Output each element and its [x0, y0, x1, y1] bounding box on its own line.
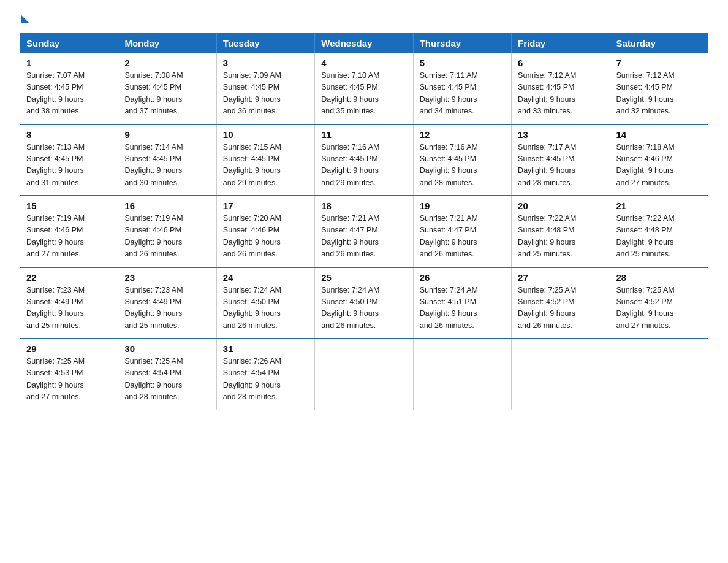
day-number: 6 — [518, 58, 603, 68]
day-number: 8 — [26, 129, 112, 140]
calendar-cell: 12 Sunrise: 7:16 AMSunset: 4:45 PMDaylig… — [413, 124, 511, 196]
day-number: 29 — [26, 343, 112, 354]
day-info: Sunrise: 7:10 AMSunset: 4:45 PMDaylight:… — [321, 71, 379, 115]
calendar-header-thursday: Thursday — [413, 33, 511, 54]
calendar-cell: 17 Sunrise: 7:20 AMSunset: 4:46 PMDaylig… — [216, 196, 314, 267]
calendar-table: SundayMondayTuesdayWednesdayThursdayFrid… — [20, 33, 708, 410]
day-number: 22 — [26, 272, 112, 283]
day-info: Sunrise: 7:13 AMSunset: 4:45 PMDaylight:… — [26, 143, 85, 187]
day-number: 28 — [616, 272, 702, 283]
day-info: Sunrise: 7:21 AMSunset: 4:47 PMDaylight:… — [420, 214, 478, 258]
calendar-cell — [610, 339, 708, 410]
day-info: Sunrise: 7:24 AMSunset: 4:51 PMDaylight:… — [420, 286, 478, 330]
calendar-cell: 3 Sunrise: 7:09 AMSunset: 4:45 PMDayligh… — [216, 53, 314, 124]
day-info: Sunrise: 7:22 AMSunset: 4:48 PMDaylight:… — [616, 214, 675, 258]
calendar-cell: 8 Sunrise: 7:13 AMSunset: 4:45 PMDayligh… — [20, 124, 118, 196]
calendar-cell — [315, 339, 413, 410]
logo-triangle-icon — [21, 15, 29, 23]
calendar-week-row: 8 Sunrise: 7:13 AMSunset: 4:45 PMDayligh… — [20, 124, 708, 196]
day-number: 9 — [124, 129, 210, 140]
day-info: Sunrise: 7:11 AMSunset: 4:45 PMDaylight:… — [420, 71, 478, 115]
day-info: Sunrise: 7:17 AMSunset: 4:45 PMDaylight:… — [518, 143, 576, 187]
calendar-header-monday: Monday — [118, 33, 216, 54]
day-number: 18 — [321, 201, 406, 211]
calendar-week-row: 22 Sunrise: 7:23 AMSunset: 4:49 PMDaylig… — [20, 267, 708, 339]
day-info: Sunrise: 7:25 AMSunset: 4:52 PMDaylight:… — [518, 286, 576, 330]
calendar-cell: 15 Sunrise: 7:19 AMSunset: 4:46 PMDaylig… — [20, 196, 118, 267]
calendar-cell — [512, 339, 610, 410]
calendar-header-sunday: Sunday — [20, 33, 118, 54]
day-number: 17 — [223, 201, 308, 211]
day-number: 7 — [616, 58, 702, 68]
day-info: Sunrise: 7:25 AMSunset: 4:53 PMDaylight:… — [26, 357, 85, 401]
day-info: Sunrise: 7:19 AMSunset: 4:46 PMDaylight:… — [26, 214, 85, 258]
day-number: 30 — [124, 343, 210, 354]
day-number: 27 — [518, 272, 603, 283]
calendar-cell: 28 Sunrise: 7:25 AMSunset: 4:52 PMDaylig… — [610, 267, 708, 339]
day-number: 3 — [223, 58, 308, 68]
page-header — [20, 15, 708, 21]
day-info: Sunrise: 7:15 AMSunset: 4:45 PMDaylight:… — [223, 143, 281, 187]
day-number: 20 — [518, 201, 603, 211]
day-info: Sunrise: 7:20 AMSunset: 4:46 PMDaylight:… — [223, 214, 281, 258]
calendar-cell: 30 Sunrise: 7:25 AMSunset: 4:54 PMDaylig… — [118, 339, 216, 410]
day-info: Sunrise: 7:23 AMSunset: 4:49 PMDaylight:… — [26, 286, 85, 330]
calendar-cell: 1 Sunrise: 7:07 AMSunset: 4:45 PMDayligh… — [20, 53, 118, 124]
calendar-week-row: 15 Sunrise: 7:19 AMSunset: 4:46 PMDaylig… — [20, 196, 708, 267]
calendar-cell: 20 Sunrise: 7:22 AMSunset: 4:48 PMDaylig… — [512, 196, 610, 267]
day-info: Sunrise: 7:23 AMSunset: 4:49 PMDaylight:… — [124, 286, 183, 330]
calendar-cell: 4 Sunrise: 7:10 AMSunset: 4:45 PMDayligh… — [315, 53, 413, 124]
logo — [20, 15, 29, 21]
calendar-cell: 19 Sunrise: 7:21 AMSunset: 4:47 PMDaylig… — [413, 196, 511, 267]
day-number: 11 — [321, 129, 406, 140]
day-info: Sunrise: 7:14 AMSunset: 4:45 PMDaylight:… — [124, 143, 183, 187]
calendar-cell: 13 Sunrise: 7:17 AMSunset: 4:45 PMDaylig… — [512, 124, 610, 196]
day-info: Sunrise: 7:22 AMSunset: 4:48 PMDaylight:… — [518, 214, 576, 258]
day-info: Sunrise: 7:19 AMSunset: 4:46 PMDaylight:… — [124, 214, 183, 258]
calendar-cell: 29 Sunrise: 7:25 AMSunset: 4:53 PMDaylig… — [20, 339, 118, 410]
calendar-cell: 27 Sunrise: 7:25 AMSunset: 4:52 PMDaylig… — [512, 267, 610, 339]
calendar-header-saturday: Saturday — [610, 33, 708, 54]
calendar-cell: 31 Sunrise: 7:26 AMSunset: 4:54 PMDaylig… — [216, 339, 314, 410]
day-number: 13 — [518, 129, 603, 140]
calendar-header-wednesday: Wednesday — [315, 33, 413, 54]
calendar-cell: 21 Sunrise: 7:22 AMSunset: 4:48 PMDaylig… — [610, 196, 708, 267]
day-number: 26 — [420, 272, 505, 283]
calendar-cell: 9 Sunrise: 7:14 AMSunset: 4:45 PMDayligh… — [118, 124, 216, 196]
day-info: Sunrise: 7:08 AMSunset: 4:45 PMDaylight:… — [124, 71, 183, 115]
day-info: Sunrise: 7:12 AMSunset: 4:45 PMDaylight:… — [616, 71, 675, 115]
day-number: 4 — [321, 58, 406, 68]
calendar-week-row: 29 Sunrise: 7:25 AMSunset: 4:53 PMDaylig… — [20, 339, 708, 410]
calendar-cell: 18 Sunrise: 7:21 AMSunset: 4:47 PMDaylig… — [315, 196, 413, 267]
day-number: 25 — [321, 272, 406, 283]
calendar-cell: 16 Sunrise: 7:19 AMSunset: 4:46 PMDaylig… — [118, 196, 216, 267]
day-number: 1 — [26, 58, 112, 68]
calendar-cell: 23 Sunrise: 7:23 AMSunset: 4:49 PMDaylig… — [118, 267, 216, 339]
calendar-cell: 10 Sunrise: 7:15 AMSunset: 4:45 PMDaylig… — [216, 124, 314, 196]
calendar-cell: 6 Sunrise: 7:12 AMSunset: 4:45 PMDayligh… — [512, 53, 610, 124]
day-number: 14 — [616, 129, 702, 140]
calendar-cell: 7 Sunrise: 7:12 AMSunset: 4:45 PMDayligh… — [610, 53, 708, 124]
calendar-cell: 25 Sunrise: 7:24 AMSunset: 4:50 PMDaylig… — [315, 267, 413, 339]
day-info: Sunrise: 7:07 AMSunset: 4:45 PMDaylight:… — [26, 71, 85, 115]
calendar-header-row: SundayMondayTuesdayWednesdayThursdayFrid… — [20, 33, 708, 54]
day-info: Sunrise: 7:18 AMSunset: 4:46 PMDaylight:… — [616, 143, 675, 187]
day-info: Sunrise: 7:16 AMSunset: 4:45 PMDaylight:… — [420, 143, 478, 187]
day-info: Sunrise: 7:25 AMSunset: 4:54 PMDaylight:… — [124, 357, 183, 401]
calendar-header-friday: Friday — [512, 33, 610, 54]
day-number: 5 — [420, 58, 505, 68]
day-info: Sunrise: 7:24 AMSunset: 4:50 PMDaylight:… — [223, 286, 281, 330]
day-number: 21 — [616, 201, 702, 211]
day-number: 23 — [124, 272, 210, 283]
calendar-cell: 2 Sunrise: 7:08 AMSunset: 4:45 PMDayligh… — [118, 53, 216, 124]
day-number: 19 — [420, 201, 505, 211]
calendar-header-tuesday: Tuesday — [216, 33, 314, 54]
calendar-week-row: 1 Sunrise: 7:07 AMSunset: 4:45 PMDayligh… — [20, 53, 708, 124]
day-number: 16 — [124, 201, 210, 211]
calendar-cell: 14 Sunrise: 7:18 AMSunset: 4:46 PMDaylig… — [610, 124, 708, 196]
day-number: 15 — [26, 201, 112, 211]
day-number: 12 — [420, 129, 505, 140]
day-info: Sunrise: 7:26 AMSunset: 4:54 PMDaylight:… — [223, 357, 281, 401]
day-info: Sunrise: 7:16 AMSunset: 4:45 PMDaylight:… — [321, 143, 379, 187]
calendar-cell: 11 Sunrise: 7:16 AMSunset: 4:45 PMDaylig… — [315, 124, 413, 196]
